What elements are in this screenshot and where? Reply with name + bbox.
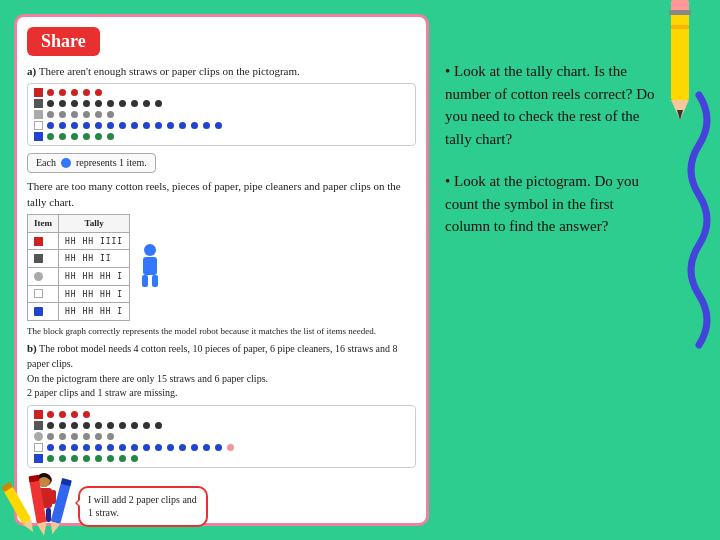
tally-header-item: Item bbox=[28, 215, 59, 233]
tally-header-tally: Tally bbox=[59, 215, 130, 233]
tally-table: Item Tally HH HH IIII HH HH II HH HH HH … bbox=[27, 214, 130, 321]
item-icon-straw bbox=[34, 121, 43, 130]
tally-marks-2: HH HH II bbox=[65, 254, 112, 263]
squiggle-decoration bbox=[680, 90, 718, 350]
item-icon-dark bbox=[34, 99, 43, 108]
bullet-point-2: • Look at the pictogram. Do you count th… bbox=[445, 170, 655, 238]
person-icons bbox=[136, 214, 164, 321]
item-icon-clip bbox=[34, 132, 43, 141]
section-a-text2: There are too many cotton reels, pieces … bbox=[27, 179, 416, 210]
svg-rect-3 bbox=[152, 275, 158, 287]
tally-row-1: HH HH IIII bbox=[28, 232, 130, 250]
tally-row-3: HH HH HH I bbox=[28, 267, 130, 285]
picto-row-3 bbox=[34, 110, 409, 119]
section-b-text2: On the pictogram there are only 15 straw… bbox=[27, 373, 268, 384]
section-b-label: b) bbox=[27, 342, 37, 354]
picto-row-2 bbox=[34, 99, 409, 108]
speech-bubble: I will add 2 paper clips and 1 straw. bbox=[78, 486, 208, 527]
svg-rect-17 bbox=[671, 25, 689, 29]
tally-row-4: HH HH HH I bbox=[28, 285, 130, 303]
b-picto-row-5 bbox=[34, 454, 409, 463]
tally-marks-3: HH HH HH I bbox=[65, 272, 123, 281]
item-icon-gray bbox=[34, 110, 43, 119]
main-card: Share a) There aren't enough straws or p… bbox=[14, 14, 429, 526]
bottom-row: I will add 2 paper clips and 1 straw. bbox=[27, 472, 416, 527]
b-picto-row-2 bbox=[34, 421, 409, 430]
svg-rect-1 bbox=[143, 257, 157, 275]
tally-row-5: HH HH HH I bbox=[28, 303, 130, 321]
svg-rect-24 bbox=[51, 481, 72, 524]
pictogram-bottom bbox=[27, 405, 416, 468]
tally-marks-4: HH HH HH I bbox=[65, 290, 123, 299]
tally-row-2: HH HH II bbox=[28, 250, 130, 268]
block-graph-text: The block graph correctly represents the… bbox=[27, 325, 416, 338]
b-picto-row-4 bbox=[34, 443, 409, 452]
svg-rect-2 bbox=[142, 275, 148, 287]
section-b: b) The robot model needs 4 cotton reels,… bbox=[27, 341, 416, 526]
person-icon-svg bbox=[136, 242, 164, 292]
tally-marks-5: HH HH HH I bbox=[65, 307, 123, 316]
section-a: a) There aren't enough straws or paper c… bbox=[27, 64, 416, 337]
b-picto-row-3 bbox=[34, 432, 409, 441]
each-represents-box: Each represents 1 item. bbox=[27, 153, 156, 173]
tally-icon-dark bbox=[34, 254, 43, 263]
item-icon-red bbox=[34, 88, 43, 97]
svg-marker-25 bbox=[47, 521, 60, 535]
tally-marks-1: HH HH IIII bbox=[65, 237, 123, 246]
each-text2: represents 1 item. bbox=[76, 156, 147, 170]
tally-section: Item Tally HH HH IIII HH HH II HH HH HH … bbox=[27, 214, 416, 321]
blue-circle-icon bbox=[61, 158, 71, 168]
pictogram-top bbox=[27, 83, 416, 146]
section-a-label: a) bbox=[27, 65, 36, 77]
picto-row-1 bbox=[34, 88, 409, 97]
tally-icon-gray bbox=[34, 272, 43, 281]
right-panel: • Look at the tally chart. Is the number… bbox=[445, 60, 655, 258]
crayon-decoration bbox=[2, 463, 77, 538]
svg-rect-21 bbox=[29, 478, 47, 524]
tally-icon-blue bbox=[34, 307, 43, 316]
svg-marker-22 bbox=[37, 522, 49, 537]
svg-rect-12 bbox=[671, 5, 689, 100]
bullet-point-1: • Look at the tally chart. Is the number… bbox=[445, 60, 655, 150]
section-b-text1: The robot model needs 4 cotton reels, 10… bbox=[27, 343, 397, 369]
share-header: Share bbox=[27, 27, 100, 56]
tally-icon-red bbox=[34, 237, 43, 246]
each-text: Each bbox=[36, 156, 56, 170]
section-a-text1: There aren't enough straws or paper clip… bbox=[39, 65, 300, 77]
b-picto-row-1 bbox=[34, 410, 409, 419]
picto-row-4 bbox=[34, 121, 409, 130]
svg-point-0 bbox=[144, 244, 156, 256]
svg-rect-14 bbox=[669, 10, 691, 15]
picto-row-5 bbox=[34, 132, 409, 141]
tally-icon-white bbox=[34, 289, 43, 298]
section-b-text3: 2 paper clips and 1 straw are missing. bbox=[27, 387, 178, 398]
